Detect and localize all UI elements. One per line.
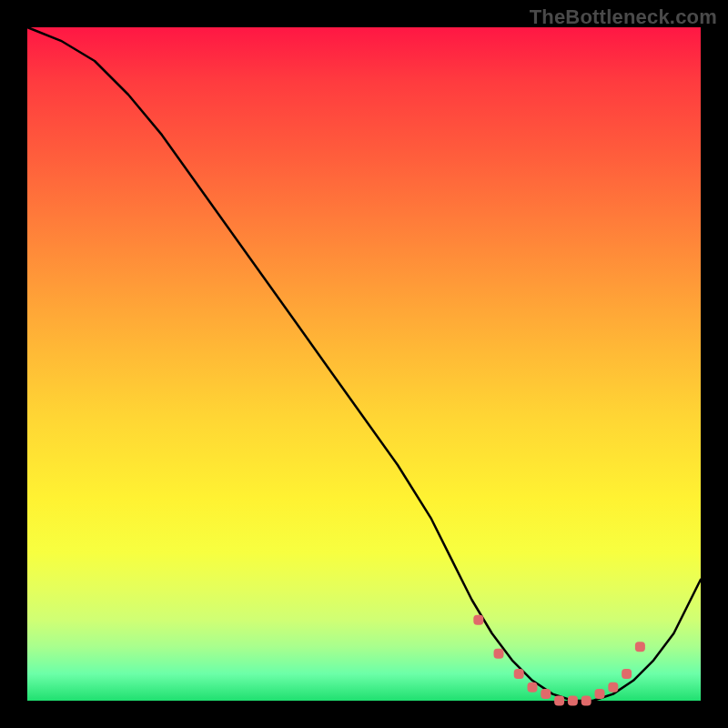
optimal-marker: [514, 669, 524, 679]
optimal-marker: [528, 682, 538, 693]
optimal-marker: [494, 649, 504, 659]
optimal-marker: [608, 682, 618, 693]
optimal-marker: [473, 615, 483, 625]
optimal-marker: [568, 696, 578, 706]
optimal-marker: [622, 669, 632, 679]
optimal-marker: [635, 642, 645, 652]
curve-svg: [27, 27, 701, 701]
bottleneck-curve: [27, 27, 701, 701]
optimal-marker: [581, 696, 592, 706]
chart-frame: TheBottleneck.com: [0, 0, 728, 728]
optimal-range-markers: [473, 615, 645, 706]
plot-area: [27, 27, 701, 701]
optimal-marker: [541, 689, 551, 699]
watermark-text: TheBottleneck.com: [530, 5, 717, 29]
optimal-marker: [595, 689, 605, 699]
optimal-marker: [554, 696, 564, 706]
